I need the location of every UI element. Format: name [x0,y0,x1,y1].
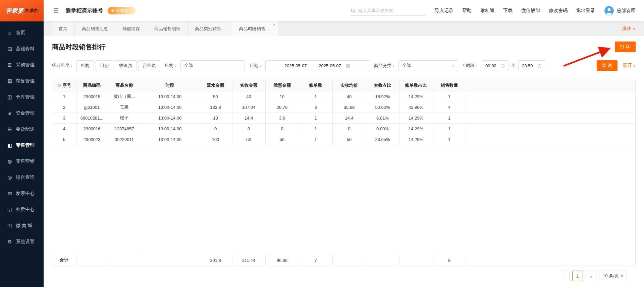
tab[interactable]: 商品时段销售... × [232,21,278,36]
table-cell: 1 [299,113,332,123]
table-row[interactable]: 523000230022001113:00-14:00100505015023.… [52,134,635,145]
table-cell: 1 [52,91,76,102]
sidebar-item[interactable]: ▦ 销售管理 [0,73,44,89]
header-link[interactable]: 退出登录 [576,8,595,14]
table-cell: 10 [265,91,299,102]
page-number-button[interactable]: 1 [572,271,583,281]
sidebar-item[interactable]: ▤ 基础资料 [0,41,44,57]
page-size-select[interactable]: 10 条/页 ∨ [599,271,627,281]
user-menu[interactable]: 总部管理 [604,6,635,15]
date-filter: 日期： 2025-05-07 ~ 2025-05-07 ▦ [250,60,369,71]
table-cell: 4 [433,102,466,113]
tab[interactable]: 储值结存 [115,21,147,36]
chevron-down-icon: ∨ [452,64,454,67]
date-range-picker[interactable]: 2025-05-07 ~ 2025-05-07 ▦ [265,60,369,71]
column-settings-icon[interactable]: ⚙ [57,83,61,88]
sidebar-item[interactable]: ◲ 外卖中心 [0,202,44,218]
top-header: 管家婆 柜掌柜 ☰ 熊掌柜演示账号 ★ 企业版 导入记录 帮助 掌柜通 [0,0,644,21]
sidebar-item-icon: ¥ [7,111,13,116]
header-link[interactable]: 导入记录 [435,8,453,14]
sidebar-item-label: 资金管理 [16,110,35,116]
tab[interactable]: 商品类别销售... [188,21,232,36]
table-cell: 橙子 [108,113,141,123]
sidebar-item-label: 首页 [16,30,25,36]
tab-label: 储值结存 [122,26,140,32]
dimension-option-button[interactable]: 营业员 [138,60,160,71]
print-button[interactable]: 打 印 [615,42,636,52]
tab-label: 商品时段销售... [239,26,269,32]
sidebar-item[interactable]: ⌂ 首页 [0,25,44,41]
sidebar-item-icon: ◫ [7,94,13,100]
period-end-input[interactable]: 23:59 ◷ [518,60,545,71]
chevron-down-icon: ∨ [621,274,623,278]
sidebar-item[interactable]: ⚙ 系统设置 [0,234,44,250]
sidebar-item-icon: ⊟ [7,126,13,132]
search-input[interactable] [358,8,425,13]
date-label: 日期： [250,63,263,69]
sidebar-item[interactable]: ⊟ 要货配送 [0,121,44,137]
dimension-option-button[interactable]: 日期 [96,60,113,71]
sidebar-item[interactable]: ◧ 零售管理 [0,137,44,153]
sidebar-item-icon: ▤ [7,46,13,52]
header-link[interactable]: 修改密码 [549,8,568,14]
total-cell: 211.44 [232,255,265,266]
brand-logo-sub: 柜掌柜 [25,8,38,14]
total-label: 合计 [52,255,76,266]
header-link[interactable]: 微信解绑 [521,8,540,14]
column-header: 实收均价 [332,80,366,91]
table-cell: 133.8 [199,102,232,113]
date-separator: ~ [312,63,314,68]
tab-actions-dropdown[interactable]: 操作 ∨ [613,21,644,36]
sidebar-item[interactable]: ◰ 微 商 城 [0,218,44,234]
table-cell: 50 [265,134,299,145]
table-cell: 2300016 [76,123,108,134]
filler-cell [466,255,635,266]
tab-close-icon[interactable]: × [273,22,276,27]
table-cell: 14.29% [399,123,433,134]
sidebar-item-label: 微 商 城 [16,223,33,229]
sidebar-item[interactable]: ¥ 资金管理 [0,105,44,121]
table-row[interactable]: 369010281...橙子13:00-14:001814.43.6114.46… [52,113,635,123]
table-row[interactable]: 2gjp1001芒果13:00-14:00133.8107.0426.76335… [52,102,635,113]
required-mark: * [463,63,465,68]
expand-toggle[interactable]: 展开 ∨ [623,63,636,69]
sidebar-item[interactable]: ◍ 零售营销 [0,153,44,169]
query-button[interactable]: 查 询 [597,60,618,71]
table-row[interactable]: 423000161237485713:00-14:00000100.00%14.… [52,123,635,134]
table-cell: 14.29% [399,91,433,102]
dimension-option-button[interactable]: 收银员 [115,60,137,71]
dimension-option-button[interactable]: 机构 [76,60,94,71]
org-select[interactable]: 全部 ··· [180,60,245,71]
table-cell: 50.62% [366,102,399,113]
category-select[interactable]: 全部 ∨ [398,60,458,71]
sidebar-item[interactable]: ◎ 综合查询 [0,169,44,186]
table-cell: 0 [332,123,366,134]
tab[interactable]: 商品销售汇总 [75,21,115,36]
table-row[interactable]: 12300015黄山（商...13:00-14:0050401014018.92… [52,91,635,102]
tab[interactable]: 商品销售明细 [147,21,188,36]
table-cell: gjp1001 [76,102,108,113]
table-cell: 1 [433,134,466,145]
header-link[interactable]: 下载 [503,8,513,14]
page-title: 商品时段销售排行 [52,43,106,52]
table-cell: 1 [299,134,332,145]
sidebar-item[interactable]: ✉ 发票中心 [0,186,44,202]
sidebar-item-label: 销售管理 [16,78,35,84]
sidebar-item[interactable]: ⊞ 采购管理 [0,57,44,73]
period-start-input[interactable]: 00:00 ◷ [482,60,508,71]
table-cell: 2300023 [76,134,108,145]
brand-logo-main: 管家婆 [6,7,24,15]
menu-search[interactable] [351,6,425,16]
header-link[interactable]: 帮助 [462,8,472,14]
sidebar-item-label: 仓库管理 [16,94,35,100]
table-cell: 0 [265,123,299,134]
tab[interactable]: 首页 [52,21,75,36]
menu-toggle-icon[interactable]: ☰ [53,8,59,14]
next-page-button[interactable]: › [586,271,596,281]
filter-row: 统计维度： 机构 日期 收银员 营业员 机构： 全部 [52,60,636,71]
sidebar-item[interactable]: ◫ 仓库管理 [0,89,44,105]
header-link[interactable]: 掌柜通 [480,8,494,14]
title-row: 商品时段销售排行 打 印 [52,42,636,52]
period-label: 时段： [466,63,479,69]
table-cell: 13:00-14:00 [141,134,199,145]
